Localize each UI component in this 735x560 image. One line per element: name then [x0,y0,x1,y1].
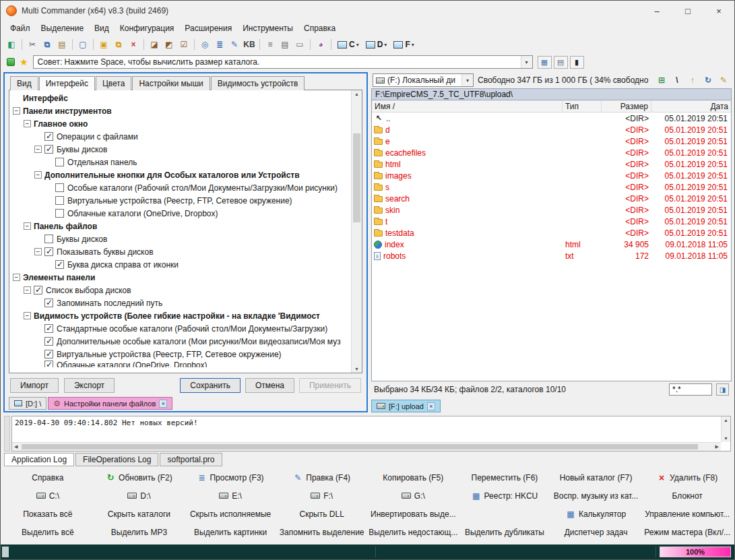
command-line-button[interactable]: ▮ [570,56,584,69]
checkbox[interactable] [44,145,53,154]
function-button[interactable]: Справка [2,468,94,487]
appearance-button[interactable]: ◕ [313,37,328,52]
menu-item[interactable]: Файл [5,22,36,35]
refresh-button[interactable]: ↻ [701,73,715,87]
filter-menu-button[interactable] [716,383,729,396]
function-button[interactable]: Показать всё [2,505,94,523]
tree-item[interactable]: Виртуальные устройства (Реестр, FTP, Сет… [12,194,350,207]
function-button[interactable]: Выделить MP3 [94,523,185,541]
checkbox[interactable] [55,158,64,166]
script-button[interactable]: ▤ [278,37,292,52]
log-tab[interactable]: Application Log [4,453,74,466]
delete-folder-button[interactable]: × [126,37,141,52]
column-header-date[interactable]: Дата [651,100,731,112]
tree-item[interactable]: Элементы панели [12,271,350,284]
copy-button[interactable]: ⧉ [40,37,55,52]
scroll-left-icon[interactable]: ◀ [14,443,18,451]
settings-tab[interactable]: Настройки мыши [132,76,210,90]
menu-item[interactable]: Инструменты [237,22,298,35]
settings-tab[interactable]: Интерфейс [39,76,95,90]
collapse-icon[interactable] [24,222,31,230]
path-bar[interactable]: F:\EmpireCMS_7.5_TC_UTF8\upload\ [371,88,732,100]
function-button[interactable]: Блокнот [641,487,733,505]
function-button[interactable]: Управление компьют... [641,505,733,523]
menu-item[interactable]: Выделение [36,22,90,35]
function-button[interactable]: E:\ [185,487,276,505]
function-button[interactable]: Выделить дубликаты [459,523,550,541]
edit-file-button[interactable]: ✎ [227,37,242,52]
log-vertical-scrollbar[interactable]: ▲ ▼ [721,416,730,442]
minimize-button[interactable]: – [641,1,672,21]
notes-button[interactable]: ▭ [292,37,307,52]
checkbox[interactable] [55,183,64,192]
collapse-icon[interactable] [24,312,31,319]
function-button[interactable]: Обновить (F2) [94,468,185,487]
function-button[interactable]: Калькулятор [550,505,642,523]
checkbox[interactable] [55,260,64,269]
cut-button[interactable]: ✂ [25,37,40,52]
menu-item[interactable]: Справка [298,22,341,35]
log-horizontal-scrollbar[interactable]: ◀ ▶ [12,442,721,451]
tab-settings-panel[interactable]: Настройки панели файлов [48,397,172,410]
menu-item[interactable]: Расширения [179,22,237,35]
scrollbar-thumb[interactable] [22,444,698,449]
close-tab-icon[interactable] [427,402,435,410]
tree-item[interactable]: Запоминать последний путь [12,297,350,309]
checksum-button[interactable]: ≡ [263,37,278,52]
close-button[interactable]: × [703,1,734,21]
view-file-button[interactable]: ≣ [212,37,227,52]
export-button[interactable]: Экспорт [64,378,115,393]
function-button[interactable]: Переместить (F6) [459,468,550,487]
tree-item[interactable]: Облачные каталоги (OneDrive, Dropbox) [12,361,350,367]
log-tab[interactable]: softportal.pro [160,453,222,466]
function-button[interactable]: G:\ [368,487,459,505]
tree-item[interactable]: Облачные каталоги (OneDrive, Dropbox) [12,207,350,220]
tab-drive-d[interactable]: [D:] \ [9,397,46,410]
tip-combobox[interactable]: Совет: Нажмите Space, чтобы вычислить ра… [33,55,533,69]
function-button[interactable]: Скрыть исполняемые [185,505,276,523]
function-button[interactable]: Инвертировать выде... [368,505,459,523]
file-row[interactable]: images <DIR> 05.01.2019 20:51 [372,170,731,181]
menu-item[interactable]: Конфигурация [115,22,180,35]
checkbox[interactable] [44,337,53,346]
function-button[interactable]: D:\ [94,487,185,505]
function-button[interactable]: Скрыть каталоги [94,505,185,523]
scroll-right-icon[interactable]: ▶ [715,443,719,451]
dropdown-arrow-icon[interactable] [521,56,532,68]
log-splitter-grip[interactable] [4,416,10,452]
collapse-icon[interactable] [24,120,31,127]
function-button[interactable]: Диспетчер задач [550,523,642,541]
tree-item[interactable]: Буква диска справа от иконки [12,258,350,271]
collapse-icon[interactable] [13,107,20,115]
tree-item[interactable]: Виртуальные устройства (Реестр, FTP, Сет… [12,348,350,361]
collapse-icon[interactable] [13,274,20,281]
checkbox[interactable] [34,286,42,294]
function-button[interactable]: Скрыть DLL [276,505,368,523]
drive-c-button[interactable]: C [334,37,362,52]
checkbox[interactable] [44,350,53,359]
scrollbar-thumb[interactable] [353,133,360,222]
file-row[interactable]: e <DIR> 05.01.2019 20:51 [372,135,731,147]
file-row[interactable]: d <DIR> 05.01.2019 20:51 [372,124,731,135]
file-row[interactable]: skin <DIR> 05.01.2019 20:51 [372,204,731,216]
tree-item[interactable]: Интерфейс [12,92,350,104]
function-button[interactable]: Запомнить выделение [276,523,368,541]
search-button[interactable]: ◎ [197,37,212,52]
file-row[interactable]: html <DIR> 05.01.2019 20:51 [372,158,731,170]
tree-item[interactable]: Особые каталоги (Рабочий стол/Мои Докуме… [12,181,350,194]
function-button[interactable]: Правка (F4) [276,468,368,487]
collapse-icon[interactable] [34,248,42,255]
save-button[interactable]: Сохранить [180,378,241,393]
dropdown-arrow-icon[interactable] [461,74,473,86]
pack-button[interactable]: ◪ [147,37,162,52]
checkbox[interactable] [44,361,53,367]
tree-item[interactable]: Главное окно [12,117,350,130]
unpack-button[interactable]: ◩ [162,37,177,52]
tree-scrollbar[interactable]: ▲ ▼ [351,90,362,373]
scroll-down-icon[interactable]: ▼ [722,436,730,441]
function-button[interactable]: Реестр: HKCU [459,487,550,505]
paste-button[interactable]: ▤ [55,37,69,52]
tree-item[interactable]: Показывать буквы дисков [12,245,350,258]
function-button[interactable]: Удалить (F8) [641,468,733,487]
checkbox[interactable] [44,235,53,243]
